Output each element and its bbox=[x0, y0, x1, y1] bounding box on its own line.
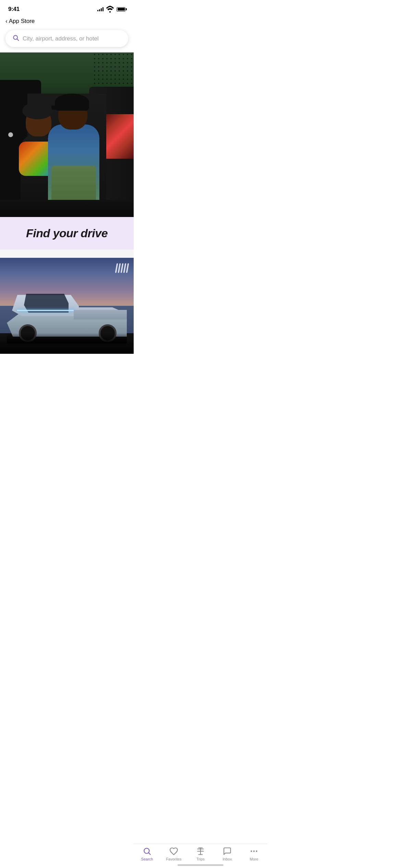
back-nav[interactable]: ‹ App Store bbox=[0, 16, 134, 27]
status-icons bbox=[97, 5, 125, 14]
section-spacer bbox=[0, 250, 134, 258]
wifi-icon bbox=[106, 5, 114, 14]
svg-line-2 bbox=[17, 39, 19, 41]
find-drive-banner: Find your drive bbox=[0, 217, 134, 250]
back-label: App Store bbox=[9, 18, 35, 25]
hash-marks-decoration bbox=[115, 263, 129, 273]
find-drive-text: Find your drive bbox=[26, 227, 108, 240]
search-bar-container: City, airport, address, or hotel bbox=[0, 27, 134, 52]
hero-image-section bbox=[0, 52, 134, 217]
battery-icon bbox=[117, 7, 125, 12]
carousel-dot bbox=[8, 132, 13, 137]
back-arrow-icon: ‹ bbox=[5, 18, 8, 25]
cybertruck-image bbox=[0, 258, 134, 354]
search-bar[interactable]: City, airport, address, or hotel bbox=[5, 30, 128, 47]
status-bar: 9:41 bbox=[0, 0, 134, 16]
svg-point-0 bbox=[109, 11, 111, 12]
search-placeholder: City, airport, address, or hotel bbox=[23, 35, 99, 42]
second-car-card[interactable] bbox=[0, 258, 134, 354]
signal-icon bbox=[97, 7, 104, 11]
search-icon bbox=[12, 34, 19, 43]
status-time: 9:41 bbox=[8, 6, 20, 13]
hero-image bbox=[0, 52, 134, 217]
cybertruck-body bbox=[7, 296, 127, 343]
